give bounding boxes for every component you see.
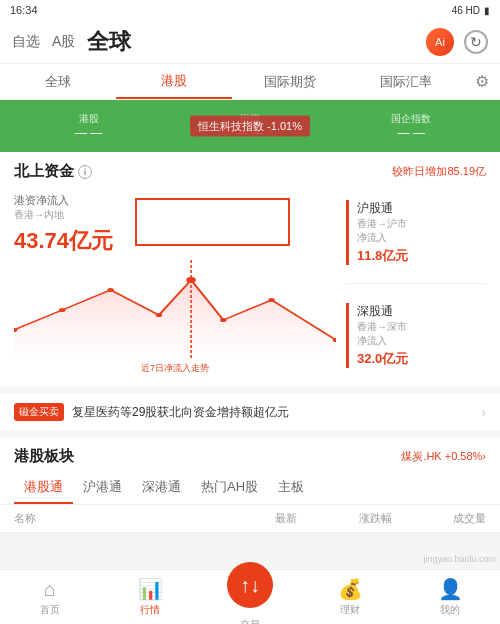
battery-icon: ▮ — [484, 5, 490, 16]
tab-futures[interactable]: 国际期货 — [232, 64, 348, 99]
section-title: 北上资金 i — [14, 162, 92, 181]
nav-items: 自选 A股 全球 — [12, 27, 426, 57]
avatar[interactable]: Ai — [426, 28, 454, 56]
shenshu-title: 深股通 — [357, 303, 486, 320]
shenshu-flow-label: 净流入 — [357, 334, 486, 348]
stock-list-header: 名称 最新 涨跌幅 成交量 — [0, 505, 500, 533]
nav-trade[interactable]: ↑↓ 交易 — [200, 562, 300, 624]
mine-label: 我的 — [440, 603, 460, 617]
hk-tabs: 港股通 沪港通 深港通 热门AH股 主板 — [0, 472, 500, 505]
ticker-center-label: 恒生科技指数 -1.01% — [190, 116, 310, 137]
tab-global[interactable]: 全球 — [0, 64, 116, 99]
home-label: 首页 — [40, 603, 60, 617]
market-icon: 📊 — [138, 577, 163, 601]
hushu-subtitle: 香港→沪市 — [357, 217, 486, 231]
signal-text: 46 HD — [452, 5, 480, 16]
fund-flow-sublabel: 香港→内地 — [14, 208, 336, 222]
nav-wealth[interactable]: 💰 理财 — [300, 577, 400, 617]
fund-section-header: 北上资金 i 较昨日增加85.19亿 — [0, 152, 500, 185]
ticker-item-1: 港股 — — — [8, 112, 169, 140]
nav-right: Ai ↻ — [426, 28, 488, 56]
hk-title: 港股板块 — [14, 447, 74, 466]
shenshu-value: 32.0亿元 — [357, 350, 486, 368]
nav-ashare[interactable]: A股 — [52, 33, 75, 51]
fund-flow-label: 港资净流入 — [14, 193, 336, 208]
mine-icon: 👤 — [438, 577, 463, 601]
hushu-item[interactable]: 沪股通 香港→沪市 净流入 11.8亿元 — [346, 200, 486, 265]
ticker-item-3: 国企指数 — — — [331, 112, 492, 140]
col-price: 最新 — [203, 511, 297, 526]
hk-tab-mainboard[interactable]: 主板 — [268, 472, 314, 504]
tab-forex[interactable]: 国际汇率 — [348, 64, 464, 99]
status-time: 16:34 — [10, 4, 38, 16]
hk-tab-ah[interactable]: 热门AH股 — [191, 472, 268, 504]
divider — [346, 283, 486, 284]
fund-chart — [14, 260, 336, 360]
fund-flow: 港资净流入 香港→内地 43.74亿元 — [0, 185, 500, 387]
nav-home[interactable]: ⌂ 首页 — [0, 578, 100, 617]
news-tag: 磁金买卖 — [14, 403, 64, 421]
info-icon[interactable]: i — [78, 165, 92, 179]
sub-tabs: 全球 港股 国际期货 国际汇率 ⚙ — [0, 64, 500, 100]
market-label: 行情 — [140, 603, 160, 617]
bottom-nav: ⌂ 首页 📊 行情 ↑↓ 交易 💰 理财 👤 我的 — [0, 569, 500, 624]
nav-zixuan[interactable]: 自选 — [12, 33, 40, 51]
trade-icon: ↑↓ — [240, 574, 260, 597]
hushu-title: 沪股通 — [357, 200, 486, 217]
col-change: 涨跌幅 — [297, 511, 391, 526]
svg-point-3 — [156, 313, 162, 317]
refresh-icon[interactable]: ↻ — [464, 30, 488, 54]
news-arrow-icon: › — [481, 404, 486, 420]
wealth-icon: 💰 — [338, 577, 363, 601]
col-name: 名称 — [14, 511, 203, 526]
tab-hkstock[interactable]: 港股 — [116, 64, 232, 99]
news-item[interactable]: 磁金买卖 复星医药等29股获北向资金增持额超亿元 › — [0, 387, 500, 431]
svg-point-5 — [220, 318, 226, 322]
shenshu-item[interactable]: 深股通 香港→深市 净流入 32.0亿元 — [346, 303, 486, 368]
ticker-banner: 港股 — — 恒指 — — 国企指数 — — 恒生科技指数 -1.01% — [0, 100, 500, 152]
status-icons: 46 HD ▮ — [452, 5, 490, 16]
nav-market[interactable]: 📊 行情 — [100, 577, 200, 617]
wealth-label: 理财 — [340, 603, 360, 617]
hushu-flow-label: 净流入 — [357, 231, 486, 245]
fund-meta: 较昨日增加85.19亿 — [392, 164, 486, 179]
chart-hint: 近7日净流入走势 — [14, 362, 336, 375]
hk-tab-hugang[interactable]: 沪港通 — [73, 472, 132, 504]
fund-chart-area: 港资净流入 香港→内地 43.74亿元 — [14, 193, 336, 375]
trade-label: 交易 — [240, 618, 260, 624]
hk-tab-shengang[interactable]: 深港通 — [132, 472, 191, 504]
hushu-value: 11.8亿元 — [357, 247, 486, 265]
news-text: 复星医药等29股获北向资金增持额超亿元 — [72, 404, 473, 421]
nav-mine[interactable]: 👤 我的 — [400, 577, 500, 617]
status-bar: 16:34 46 HD ▮ — [0, 0, 500, 20]
hk-tab-ganggu[interactable]: 港股通 — [14, 472, 73, 504]
shenshu-subtitle: 香港→深市 — [357, 320, 486, 334]
svg-point-2 — [107, 288, 113, 292]
svg-point-6 — [268, 298, 274, 302]
nav-global[interactable]: 全球 — [87, 27, 131, 57]
settings-icon[interactable]: ⚙ — [464, 64, 500, 100]
home-icon: ⌂ — [44, 578, 56, 601]
top-nav: 自选 A股 全球 Ai ↻ — [0, 20, 500, 64]
hk-section: 港股板块 煤炭.HK +0.58%› 港股通 沪港通 深港通 热门AH股 主板 … — [0, 437, 500, 533]
fund-right-panel: 沪股通 香港→沪市 净流入 11.8亿元 深股通 香港→深市 净流入 32.0亿… — [336, 193, 486, 375]
watermark: jingyan.baidu.com — [423, 554, 496, 564]
trade-center-button[interactable]: ↑↓ — [227, 562, 273, 608]
hk-meta[interactable]: 煤炭.HK +0.58%› — [401, 449, 486, 464]
fund-big-value: 43.74亿元 — [14, 226, 336, 256]
col-volume: 成交量 — [392, 511, 486, 526]
hk-header: 港股板块 煤炭.HK +0.58%› — [0, 437, 500, 472]
svg-point-1 — [59, 308, 65, 312]
